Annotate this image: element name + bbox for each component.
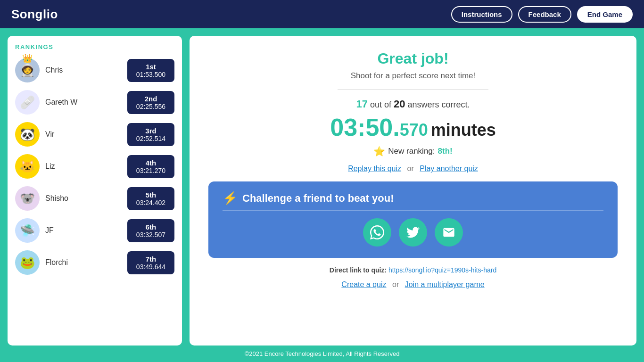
whatsapp-icon — [370, 225, 384, 239]
result-links: Replay this quiz or Play another quiz — [208, 165, 618, 173]
bottom-links: Create a quiz or Join a multiplayer game — [208, 280, 618, 289]
ranking-badge: 7th03:49.644 — [127, 251, 174, 274]
ranking-avatar: 🐼 — [15, 122, 40, 147]
share-twitter-button[interactable] — [399, 218, 427, 247]
results-panel: Great job! Shoot for a perfect score nex… — [190, 36, 636, 346]
rankings-label: RANKINGS — [8, 36, 182, 54]
ranking-position: 7th — [135, 255, 167, 263]
or-1: or — [407, 165, 414, 173]
ranking-name: Gareth W — [45, 98, 122, 107]
ranking-name: JF — [45, 226, 122, 235]
main-area: RANKINGS 🧑‍🚀👑Chris1st01:53.500🩹Gareth W2… — [0, 28, 644, 346]
ranking-value: 8th! — [438, 147, 453, 156]
ranking-avatar: 🩹 — [15, 90, 40, 115]
create-quiz-link[interactable]: Create a quiz — [341, 280, 386, 288]
ranking-row: 🐱Liz4th03:21.270 — [11, 150, 178, 182]
ranking-avatar: 🐸 — [15, 250, 40, 275]
logo: Songlio — [11, 7, 58, 22]
email-icon — [442, 226, 455, 239]
result-subtitle: Shoot for a perfect score next time! — [208, 71, 618, 81]
ranking-avatar: 🐱 — [15, 154, 40, 179]
ranking-time: 02:52.514 — [135, 135, 167, 142]
score-out-of: out of — [370, 100, 391, 109]
score-correct: 17 — [356, 98, 367, 110]
end-game-button[interactable]: End Game — [577, 6, 633, 23]
bolt-icon: ⚡ — [223, 191, 238, 206]
ranking-time: 03:49.644 — [135, 263, 167, 271]
ranking-time: 03:21.270 — [135, 167, 167, 174]
twitter-icon — [406, 226, 420, 239]
direct-link-label: Direct link to quiz: — [330, 266, 387, 274]
share-email-button[interactable] — [435, 218, 463, 247]
time-fraction: 570 — [400, 120, 428, 140]
ranking-row: 🛸JF6th03:32.507 — [11, 214, 178, 247]
result-time: 03:50.570minutes — [208, 114, 618, 141]
direct-link: Direct link to quiz: https://songl.io?qu… — [208, 266, 618, 274]
feedback-button[interactable]: Feedback — [518, 6, 571, 23]
footer-text: ©2021 Encore Technologies Limited, All R… — [245, 350, 400, 357]
ranking-position: 4th — [135, 159, 167, 167]
ranking-badge: 1st01:53.500 — [127, 59, 174, 82]
play-another-link[interactable]: Play another quiz — [420, 165, 478, 173]
ranking-row: 🐸Florchi7th03:49.644 — [11, 247, 178, 279]
challenge-title: ⚡ Challenge a friend to beat you! — [223, 191, 603, 211]
ranking-row: 🐨Shisho5th03:24.402 — [11, 182, 178, 214]
rankings-list: 🧑‍🚀👑Chris1st01:53.500🩹Gareth W2nd02:25.5… — [8, 54, 182, 346]
challenge-share-btns — [223, 218, 603, 247]
ranking-name: Florchi — [45, 258, 122, 267]
time-unit: minutes — [431, 120, 496, 140]
ranking-name: Vir — [45, 130, 122, 139]
crown-icon: 👑 — [22, 54, 33, 64]
ranking-position: 5th — [135, 191, 167, 199]
result-score: 17 out of 20 answers correct. — [208, 98, 618, 110]
ranking-position: 6th — [135, 223, 167, 231]
result-ranking: ⭐ New ranking: 8th! — [208, 146, 618, 157]
ranking-position: 3rd — [135, 127, 167, 135]
ranking-name: Shisho — [45, 194, 122, 203]
ranking-avatar: 🐨 — [15, 186, 40, 211]
challenge-box: ⚡ Challenge a friend to beat you! — [208, 181, 618, 258]
ranking-position: 2nd — [135, 95, 167, 103]
ranking-time: 02:25.556 — [135, 103, 167, 110]
challenge-title-text: Challenge a friend to beat you! — [242, 192, 394, 205]
replay-quiz-link[interactable]: Replay this quiz — [348, 165, 401, 173]
ranking-name: Chris — [45, 66, 122, 74]
result-divider — [338, 89, 488, 90]
or-2: or — [392, 280, 399, 288]
rankings-panel: RANKINGS 🧑‍🚀👑Chris1st01:53.500🩹Gareth W2… — [8, 36, 182, 346]
ranking-time: 03:32.507 — [135, 231, 167, 239]
star-icon: ⭐ — [373, 146, 385, 157]
time-main: 03:50. — [330, 114, 399, 141]
ranking-badge: 5th03:24.402 — [127, 187, 174, 210]
direct-link-url[interactable]: https://songl.io?quiz=1990s-hits-hard — [388, 266, 496, 274]
ranking-time: 03:24.402 — [135, 199, 167, 206]
ranking-avatar: 🧑‍🚀👑 — [15, 58, 40, 82]
ranking-position: 1st — [135, 63, 167, 71]
ranking-badge: 3rd02:52.514 — [127, 123, 174, 146]
ranking-badge: 4th03:21.270 — [127, 155, 174, 178]
header: Songlio Instructions Feedback End Game — [0, 0, 644, 28]
ranking-badge: 6th03:32.507 — [127, 219, 174, 242]
score-suffix: answers correct. — [408, 100, 470, 109]
footer: ©2021 Encore Technologies Limited, All R… — [0, 346, 644, 362]
ranking-row: 🧑‍🚀👑Chris1st01:53.500 — [11, 54, 178, 86]
ranking-row: 🩹Gareth W2nd02:25.556 — [11, 86, 178, 118]
ranking-time: 01:53.500 — [135, 71, 167, 78]
result-title: Great job! — [208, 50, 618, 67]
header-buttons: Instructions Feedback End Game — [451, 6, 633, 23]
ranking-name: Liz — [45, 162, 122, 171]
ranking-badge: 2nd02:25.556 — [127, 91, 174, 114]
ranking-label: New ranking: — [388, 147, 435, 156]
multiplayer-link[interactable]: Join a multiplayer game — [405, 280, 485, 288]
ranking-row: 🐼Vir3rd02:52.514 — [11, 118, 178, 150]
ranking-avatar: 🛸 — [15, 218, 40, 243]
score-total: 20 — [394, 98, 405, 110]
instructions-button[interactable]: Instructions — [451, 6, 512, 23]
share-whatsapp-button[interactable] — [363, 218, 391, 247]
